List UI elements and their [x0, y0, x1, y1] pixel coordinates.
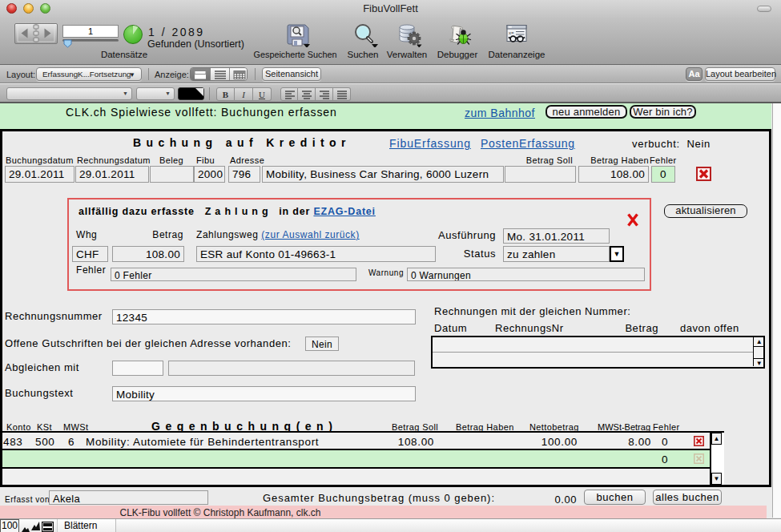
svg-text:x=: x= [509, 30, 514, 35]
